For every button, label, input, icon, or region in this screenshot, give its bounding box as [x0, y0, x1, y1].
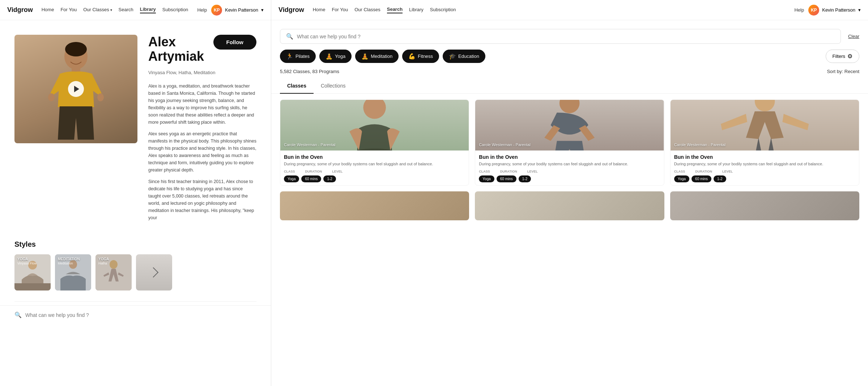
- content-tabs: Classes Collections: [271, 79, 868, 94]
- svg-point-4: [97, 93, 104, 101]
- card-1-class-badge: Yoga: [284, 175, 299, 182]
- card-1-body: Bun in the Oven During pregnancy, some o…: [280, 150, 469, 185]
- class-card-2[interactable]: Carole Westerman - Parental Bun in the O…: [475, 99, 664, 186]
- bio-p1: Alex is a yoga, meditation, and breathwo…: [148, 82, 256, 126]
- svg-rect-7: [14, 283, 51, 290]
- chip-pilates[interactable]: 🏃 Pilates: [280, 50, 316, 63]
- results-count: 5,582 Classes, 83 Programs: [280, 69, 339, 74]
- style-card-2-tag: MEDITATION: [58, 257, 80, 261]
- right-nav-foryou[interactable]: For You: [332, 7, 348, 13]
- instructor-bio: Alex is a yoga, meditation, and breathwo…: [148, 82, 256, 221]
- right-nav: Vidgrow Home For You Our Classes Search …: [271, 0, 868, 20]
- card-1-overlay: Carole Westerman - Parental: [284, 143, 335, 147]
- right-nav-subscription[interactable]: Subscription: [430, 7, 456, 13]
- right-search-container: 🔍: [280, 29, 841, 44]
- bottom-card-2[interactable]: [475, 191, 664, 220]
- left-nav-ourclasses[interactable]: Our Classes: [83, 7, 112, 13]
- follow-button[interactable]: Follow: [213, 35, 257, 50]
- chip-meditation-label: Meditation: [371, 54, 392, 59]
- chip-education-label: Education: [458, 54, 479, 59]
- pilates-icon: 🏃: [286, 53, 293, 60]
- style-card-1-sub: Vinyasa Flow: [17, 262, 37, 265]
- chevron-right-icon: [148, 267, 158, 277]
- left-nav-subscription[interactable]: Subscription: [162, 7, 188, 13]
- chip-yoga[interactable]: 🧘 Yoga: [319, 50, 352, 63]
- tab-classes[interactable]: Classes: [280, 79, 314, 94]
- left-logo: Vidgrow: [7, 6, 33, 14]
- card-3-class-badge: Yoga: [674, 175, 689, 182]
- left-nav-search[interactable]: Search: [119, 7, 133, 13]
- left-user-menu[interactable]: KP Kevin Patterson ▾: [211, 5, 264, 16]
- bottom-search-input[interactable]: [25, 312, 256, 318]
- chip-yoga-label: Yoga: [335, 54, 345, 59]
- right-nav-home[interactable]: Home: [313, 7, 326, 13]
- instructor-info: Alex Artymiak Follow Vinyasa Flow, Hatha…: [137, 35, 256, 226]
- bottom-card-3[interactable]: [670, 191, 859, 220]
- right-search-input[interactable]: [297, 34, 835, 39]
- right-user-menu[interactable]: KP Kevin Patterson ▾: [808, 5, 861, 16]
- card-2-level-badge: 1-2: [519, 175, 531, 182]
- left-nav-library[interactable]: Library: [140, 7, 156, 13]
- card-2-desc: During pregnancy, some of your bodily sy…: [479, 161, 660, 167]
- bottom-search: 🔍: [0, 305, 271, 324]
- education-icon: 🎓: [449, 53, 456, 60]
- right-nav-right: Help KP Kevin Patterson ▾: [794, 5, 861, 16]
- card-3-body: Bun in the Oven During pregnancy, some o…: [671, 150, 859, 185]
- card-2-duration-badge: 60 mins: [497, 175, 516, 182]
- bottom-cards-row: [271, 191, 868, 220]
- card-2-overlay: Carole Westerman - Parental: [479, 143, 530, 147]
- filter-chips: 🏃 Pilates 🧘 Yoga 🧘 Meditation 💪 Fitness …: [271, 50, 868, 69]
- style-card-2[interactable]: MEDITATION Meditation: [55, 254, 91, 290]
- right-nav-library[interactable]: Library: [409, 7, 424, 13]
- right-nav-search[interactable]: Search: [387, 7, 403, 13]
- left-username: Kevin Patterson: [225, 7, 258, 13]
- chip-meditation[interactable]: 🧘 Meditation: [355, 50, 399, 63]
- card-3-duration-badge: 60 mins: [692, 175, 711, 182]
- class-card-1[interactable]: Carole Westerman - Parental Bun in the O…: [280, 99, 469, 186]
- right-nav-links: Home For You Our Classes Search Library …: [313, 7, 795, 13]
- card-2-badges: Yoga 60 mins 1-2: [479, 175, 660, 182]
- styles-title: Styles: [14, 240, 256, 249]
- tab-collections[interactable]: Collections: [314, 79, 353, 94]
- bio-p3: Since his first teacher training in 2011…: [148, 178, 256, 221]
- left-nav: Vidgrow Home For You Our Classes Search …: [0, 0, 271, 20]
- style-card-3[interactable]: YOGA Hatha: [95, 254, 132, 290]
- style-card-1-tag: YOGA: [17, 257, 28, 261]
- bottom-card-1[interactable]: [280, 191, 469, 220]
- card-2-title: Bun in the Oven: [479, 154, 660, 160]
- card-2-duration-label: DURATION: [500, 170, 517, 173]
- right-user-chevron: ▾: [858, 7, 861, 13]
- left-nav-home[interactable]: Home: [42, 7, 54, 13]
- left-nav-foryou[interactable]: For You: [60, 7, 77, 13]
- card-3-desc: During pregnancy, some of your bodily sy…: [674, 161, 855, 167]
- style-card-next[interactable]: [136, 254, 172, 290]
- card-1-class-label: CLASS: [284, 170, 295, 173]
- meditation-icon: 🧘: [361, 53, 369, 60]
- card-2-meta-labels: CLASS DURATION LEVEL: [479, 170, 660, 173]
- right-nav-help[interactable]: Help: [794, 7, 804, 13]
- clear-button[interactable]: Clear: [848, 34, 859, 39]
- right-panel: Vidgrow Home For You Our Classes Search …: [271, 0, 868, 386]
- style-card-2-sub: Meditation: [58, 262, 73, 265]
- bio-p2: Alex sees yoga as an energetic practice …: [148, 130, 256, 174]
- play-button[interactable]: [68, 81, 84, 97]
- chip-education[interactable]: 🎓 Education: [443, 50, 485, 63]
- left-nav-help[interactable]: Help: [197, 7, 207, 13]
- class-card-3[interactable]: Carole Westerman - Parental Bun in the O…: [670, 99, 859, 186]
- right-nav-ourclasses[interactable]: Our Classes: [354, 7, 380, 13]
- card-1-desc: During pregnancy, some of your bodily sy…: [284, 161, 465, 167]
- sort-control[interactable]: Sort by: Recent: [827, 69, 859, 74]
- left-avatar: KP: [211, 5, 222, 16]
- chip-fitness[interactable]: 💪 Fitness: [402, 50, 439, 63]
- style-card-1[interactable]: YOGA Vinyasa Flow: [14, 254, 51, 290]
- right-avatar: KP: [808, 5, 819, 16]
- filters-button[interactable]: Filters ⚙: [826, 50, 859, 63]
- card-2-level-label: LEVEL: [527, 170, 538, 173]
- left-divider: [14, 301, 256, 302]
- card-3-image: Carole Westerman - Parental: [671, 100, 859, 150]
- filters-label: Filters: [833, 54, 845, 59]
- right-search-icon: 🔍: [286, 33, 293, 40]
- card-1-duration-badge: 60 mins: [301, 175, 321, 182]
- card-2-class-badge: Yoga: [479, 175, 494, 182]
- card-3-duration-label: DURATION: [695, 170, 712, 173]
